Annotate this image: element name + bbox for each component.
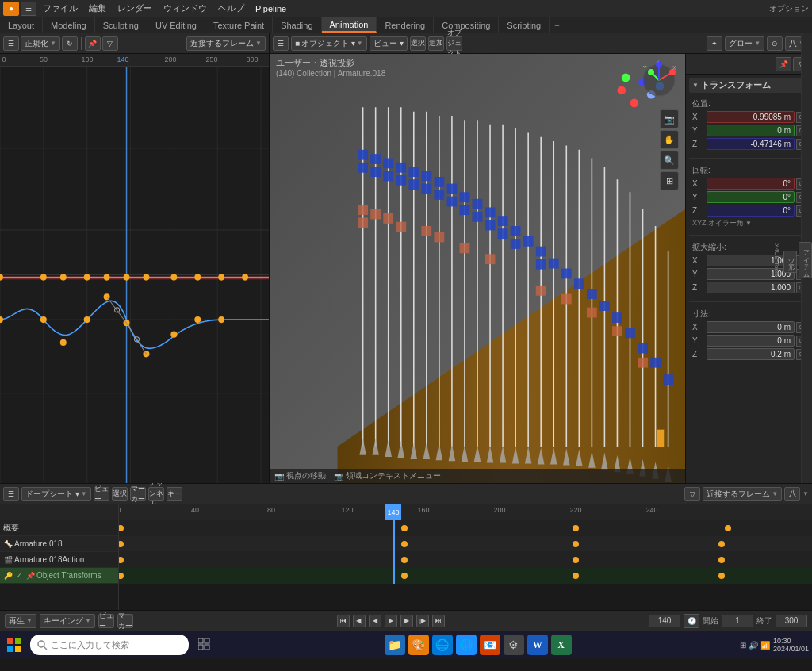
play-btn[interactable]: ▶ — [385, 615, 397, 627]
taskbar-game[interactable]: ⚙ — [504, 635, 524, 655]
timeline-filter-btn[interactable]: ▽ — [684, 487, 700, 501]
current-frame-input[interactable] — [649, 615, 680, 627]
rotation-x-value[interactable]: 0° — [707, 178, 795, 190]
play-next-key[interactable]: |▶ — [416, 615, 429, 627]
taskbar-search[interactable] — [30, 635, 189, 655]
dopesheet-dropdown[interactable]: ドープシート ▾ ▼ — [21, 487, 91, 501]
play-jump-start[interactable]: ⏮ — [337, 615, 350, 627]
viewport-menu-btn[interactable]: ☰ — [273, 36, 289, 51]
graph-filter-btn[interactable]: ▽ — [102, 36, 118, 51]
taskbar-word[interactable]: W — [527, 635, 548, 655]
rotation-y-value[interactable]: 0° — [707, 191, 795, 203]
timeline-view[interactable]: ビュー — [94, 487, 109, 501]
taskbar-excel[interactable]: X — [551, 635, 572, 655]
prop-pin[interactable]: 📌 — [776, 57, 791, 71]
graph-refresh-btn[interactable]: ↻ — [62, 36, 78, 51]
task-view-btn[interactable] — [193, 634, 216, 656]
view-btn[interactable]: ビュー — [98, 614, 114, 628]
tool-tab[interactable]: ツール — [783, 251, 797, 273]
timeline-channel[interactable]: チャンネル — [148, 487, 164, 501]
object-btn[interactable]: オブジェクト — [446, 36, 462, 51]
taskbar-mail[interactable]: 📧 — [480, 635, 500, 655]
task-view-icon — [198, 638, 211, 651]
taskbar-edge[interactable]: 🌐 — [432, 635, 453, 655]
dim-x-value[interactable]: 0 m — [707, 321, 795, 333]
menu-window[interactable]: ウィンドウ — [159, 1, 212, 16]
glow-dropdown[interactable]: グロー ▼ — [725, 36, 764, 51]
svg-rect-84 — [498, 216, 508, 226]
tab-uv-editing[interactable]: UV Editing — [147, 17, 205, 33]
search-input[interactable] — [51, 640, 170, 650]
menu-toggle[interactable]: ☰ — [21, 2, 36, 16]
menu-render[interactable]: レンダー — [113, 1, 157, 16]
taskbar-ie[interactable]: 🌐 — [456, 635, 477, 655]
menu-help[interactable]: ヘルプ — [213, 1, 249, 16]
keying-dropdown[interactable]: キーイング ▼ — [40, 614, 95, 628]
track-object[interactable]: 🔑 ✓ 📌 Object Transforms — [0, 568, 118, 584]
magnify-icon[interactable]: 🔍 — [660, 151, 679, 170]
taskbar-blender[interactable]: 🎨 — [408, 635, 429, 655]
tab-shading[interactable]: Shading — [273, 17, 321, 33]
track-action[interactable]: 🎬 Armature.018Action — [0, 552, 118, 568]
viewport-gizmo[interactable]: X Y Z — [639, 60, 679, 100]
scale-x-value[interactable]: 1.000 — [707, 255, 795, 266]
timeline-frames[interactable]: 0 40 80 120 140 160 200 220 240 — [119, 504, 812, 610]
svg-point-33 — [194, 316, 201, 323]
location-z-value[interactable]: -0.47146 m — [707, 138, 795, 150]
scale-z-value[interactable]: 1.000 — [707, 282, 795, 293]
normalize-dropdown[interactable]: 正規化 ▼ — [21, 36, 60, 51]
start-frame-input[interactable] — [722, 615, 753, 627]
snap-frame-dropdown[interactable]: 近接するフレーム ▼ — [703, 487, 782, 501]
viewport-filter-btn[interactable]: ⊙ — [767, 36, 783, 51]
tab-sculpting[interactable]: Sculpting — [95, 17, 147, 33]
camera-icon[interactable]: 📷 — [660, 109, 679, 128]
dim-z-value[interactable]: 0.2 m — [707, 348, 795, 360]
tab-texture-paint[interactable]: Texture Paint — [205, 17, 273, 33]
timeline-menu-btn[interactable]: ☰ — [3, 487, 19, 501]
timeline-marker[interactable]: マーカー — [130, 487, 146, 501]
graph-menu-btn[interactable]: ☰ — [3, 36, 19, 51]
location-y-value[interactable]: 0 m — [707, 125, 795, 136]
hand-icon[interactable]: ✋ — [660, 130, 679, 149]
windows-start[interactable] — [3, 634, 25, 656]
menu-edit[interactable]: 編集 — [84, 1, 111, 16]
tab-compositing[interactable]: Compositing — [434, 17, 499, 33]
item-tab[interactable]: アイテム — [799, 242, 812, 278]
tab-rendering[interactable]: Rendering — [377, 17, 434, 33]
graph-pin-btn[interactable]: 📌 — [85, 36, 101, 51]
blender-logo[interactable]: ● — [3, 2, 19, 16]
play-prev-frame[interactable]: ◀ — [369, 615, 381, 627]
play-dropdown[interactable]: 再生 ▼ — [5, 614, 36, 628]
grid-icon[interactable]: ⊞ — [660, 171, 679, 190]
play-jump-end[interactable]: ⏭ — [432, 615, 445, 627]
rotation-z-value[interactable]: 0° — [707, 205, 795, 217]
taskbar-file-explorer[interactable]: 📁 — [385, 635, 405, 655]
view-dropdown[interactable]: ビュー ▾ — [370, 36, 408, 51]
scale-y-value[interactable]: 1.000 — [707, 268, 795, 280]
timeline-eight[interactable]: 八 — [784, 487, 800, 501]
menu-file[interactable]: ファイル — [38, 1, 82, 16]
location-x-value[interactable]: 0.99085 m — [707, 111, 795, 123]
graph-canvas[interactable] — [0, 67, 269, 483]
tab-animation[interactable]: Animation — [322, 17, 377, 33]
tab-modeling[interactable]: Modeling — [43, 17, 95, 33]
timeline-select[interactable]: 選択 — [112, 487, 128, 501]
tab-scripting[interactable]: Scripting — [499, 17, 550, 33]
object-mode-dropdown[interactable]: ■ オブジェクト ▾ ▼ — [291, 36, 367, 51]
viewport-glow-btn[interactable]: ✦ — [707, 36, 722, 51]
transform-accordion[interactable]: ▼ トランスフォーム — [689, 78, 809, 93]
select-btn[interactable]: 選択 — [410, 36, 426, 51]
play-next-frame[interactable]: ▶ — [400, 615, 413, 627]
tab-layout[interactable]: Layout — [0, 17, 43, 33]
play-prev-key[interactable]: ◀| — [353, 615, 366, 627]
end-frame-input[interactable] — [776, 615, 807, 627]
snap-dropdown[interactable]: 近接するフレーム ▼ — [186, 36, 266, 51]
svg-rect-111 — [625, 328, 635, 338]
timeline-key[interactable]: キー — [167, 487, 182, 501]
marker-btn[interactable]: マーカー — [117, 614, 133, 628]
add-btn[interactable]: 追加 — [428, 36, 444, 51]
dim-y-value[interactable]: 0 m — [707, 335, 795, 347]
viewport-3d[interactable]: ユーザー・透視投影 (140) Collection | Armature.01… — [270, 54, 685, 483]
track-armature[interactable]: 🦴 Armature.018 — [0, 536, 118, 552]
tab-add[interactable]: + — [550, 19, 564, 32]
